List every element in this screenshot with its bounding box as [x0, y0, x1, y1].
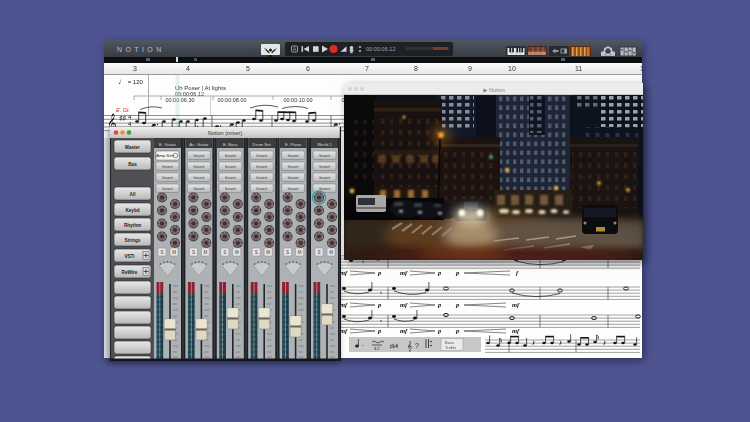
svg-text:00:00:06.30: 00:00:06.30 — [165, 97, 194, 103]
svg-text:▶ Notion: ▶ Notion — [483, 87, 505, 93]
svg-text:Notion (mixer): Notion (mixer) — [208, 130, 243, 136]
svg-text:00:00:08.00: 00:00:08.00 — [217, 97, 246, 103]
svg-text:Ac. Guitar: Ac. Guitar — [189, 142, 209, 147]
svg-text:E. Gt.: E. Gt. — [116, 107, 130, 113]
svg-text:A: A — [293, 46, 297, 52]
svg-text:ReWire: ReWire — [122, 270, 138, 275]
svg-text:Keybd: Keybd — [125, 208, 139, 213]
svg-text:p: p — [437, 327, 442, 334]
svg-text:E. Piano: E. Piano — [285, 142, 302, 147]
svg-text:Master: Master — [125, 145, 140, 150]
svg-text:00:00:10.00: 00:00:10.00 — [283, 97, 312, 103]
svg-text:p: p — [455, 269, 460, 276]
svg-text:p: p — [377, 269, 382, 276]
svg-text:♯♭♮: ♯♭♮ — [390, 343, 398, 349]
svg-text:Treble: Treble — [445, 345, 457, 350]
svg-text:All: All — [130, 192, 136, 197]
svg-text:mf: mf — [400, 301, 408, 308]
svg-text:p: p — [455, 327, 460, 334]
svg-text:p: p — [437, 301, 442, 308]
svg-text:p: p — [377, 301, 382, 308]
svg-text:𝄾: 𝄾 — [380, 317, 382, 326]
svg-text:mf: mf — [400, 269, 408, 276]
svg-text:Strings: Strings — [125, 238, 141, 243]
svg-text:𝄞: 𝄞 — [407, 340, 412, 352]
svg-text:mf: mf — [340, 269, 348, 276]
svg-text:00:00:06.12: 00:00:06.12 — [366, 46, 396, 52]
svg-text:Amp Sim: Amp Sim — [156, 153, 174, 158]
svg-text:mf: mf — [512, 327, 520, 334]
svg-text:E. Guitar: E. Guitar — [159, 142, 177, 147]
svg-text:f: f — [516, 269, 519, 276]
svg-text:♯♯: ♯♯ — [119, 114, 127, 121]
svg-text:mf: mf — [340, 327, 348, 334]
svg-text:p: p — [377, 327, 382, 334]
svg-text:E. Bass: E. Bass — [223, 142, 238, 147]
svg-text:♩ = 120: ♩ = 120 — [118, 77, 144, 86]
svg-text:?: ? — [415, 342, 419, 349]
svg-text:Bus: Bus — [128, 162, 137, 167]
svg-text:p: p — [455, 301, 460, 308]
svg-text:mf: mf — [340, 301, 348, 308]
svg-text:Rhythm: Rhythm — [124, 223, 141, 228]
svg-text:p: p — [437, 269, 442, 276]
svg-text:World 1: World 1 — [317, 142, 332, 147]
svg-text:mf: mf — [512, 301, 520, 308]
svg-text:mf: mf — [400, 327, 408, 334]
svg-text:𝄾: 𝄾 — [380, 289, 382, 298]
svg-text:3:2: 3:2 — [374, 346, 380, 351]
svg-text:Drum Set: Drum Set — [253, 142, 272, 147]
svg-text:VSTi: VSTi — [124, 254, 134, 259]
